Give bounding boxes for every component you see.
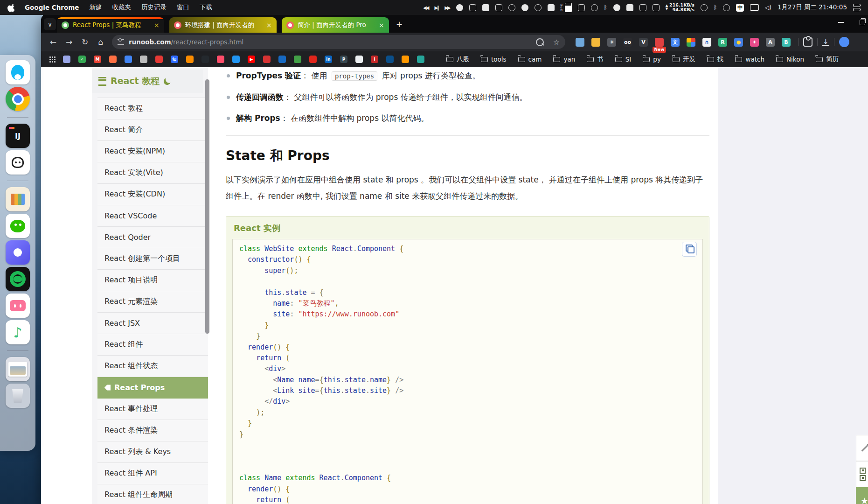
browser-tab-3[interactable]: 简介 | 面向开发者的 Pro× xyxy=(282,17,389,33)
dock-icon-idea[interactable] xyxy=(6,124,30,148)
sidebar-item-18[interactable]: React 组件 API xyxy=(97,463,208,484)
bookmark-favicon-9[interactable] xyxy=(186,56,194,63)
bookmark-favicon-16[interactable] xyxy=(294,56,301,63)
photos-app-icon[interactable] xyxy=(495,4,502,11)
bookmark-favicon-24[interactable] xyxy=(417,56,424,63)
account-status-icon[interactable] xyxy=(613,4,620,11)
sidebar-item-10[interactable]: React 元素渲染 xyxy=(97,291,208,313)
ext-cat[interactable] xyxy=(591,38,600,47)
menubar-menu-下载[interactable]: 下载 xyxy=(200,3,212,12)
sidebar-item-12[interactable]: React 组件 xyxy=(97,334,208,356)
bookmark-folder-py[interactable]: py xyxy=(639,54,665,64)
bookmark-favicon-20[interactable] xyxy=(355,56,363,63)
sidebar-item-3[interactable]: React 安装(NPM) xyxy=(97,141,208,162)
sidebar-item-14[interactable]: React Props xyxy=(97,377,208,399)
sidebar-item-1[interactable]: React 教程 xyxy=(97,98,208,119)
apps-grid-icon[interactable] xyxy=(49,56,56,63)
dock-icon-spotify[interactable] xyxy=(6,267,30,291)
ext-a[interactable]: A xyxy=(766,38,775,47)
dock-icon-trash[interactable] xyxy=(6,384,30,408)
sidebar-item-13[interactable]: React 组件状态 xyxy=(97,356,208,377)
browser-tab-1[interactable]: React Props | 菜鸟教程× xyxy=(57,17,164,33)
bookmark-folder-简历[interactable]: 简历 xyxy=(812,54,843,65)
bookmark-favicon-8[interactable]: 知 xyxy=(171,56,178,63)
downloads-icon[interactable]: ↓ xyxy=(822,39,829,46)
ext-dark-app[interactable]: oo xyxy=(623,38,632,47)
bookmark-folder-yan[interactable]: yan xyxy=(549,54,579,64)
bookmark-favicon-19[interactable]: P xyxy=(340,56,347,63)
dock-icon-bilibili[interactable] xyxy=(6,294,30,318)
bookmark-favicon-4[interactable] xyxy=(109,56,117,63)
favorite-star-button[interactable]: ★ xyxy=(856,487,868,504)
bluetooth-icon[interactable]: ᛒ xyxy=(604,4,607,11)
sidebar-item-16[interactable]: React 条件渲染 xyxy=(97,420,208,441)
sidebar-item-8[interactable]: React 创建第一个项目 xyxy=(97,248,208,270)
address-bar[interactable]: runoob.com/react/react-props.html ☆ xyxy=(112,35,565,49)
profile-avatar[interactable] xyxy=(839,37,849,47)
chat-app-icon[interactable] xyxy=(548,4,555,11)
media-playpause-icon[interactable]: ▶‖ xyxy=(434,5,438,10)
bookmark-favicon-5[interactable] xyxy=(125,56,132,63)
tab-close-icon[interactable]: × xyxy=(379,21,385,29)
media-forward-icon[interactable]: ▶▶ xyxy=(444,5,450,10)
bookmark-favicon-17[interactable] xyxy=(309,56,317,63)
p-app-icon[interactable] xyxy=(626,4,633,11)
minimize-button[interactable] xyxy=(838,22,844,23)
tab-close-icon[interactable]: × xyxy=(266,21,273,29)
bookmark-folder-SI[interactable]: SI xyxy=(611,54,636,64)
ext-r[interactable]: R xyxy=(718,38,727,47)
dock-icon-window[interactable] xyxy=(6,357,30,381)
sidebar-item-2[interactable]: React 简介 xyxy=(97,119,208,141)
menubar-menu-历史记录[interactable]: 历史记录 xyxy=(141,3,167,12)
ethernet-icon[interactable] xyxy=(578,4,585,11)
menubar-menu-收藏夹[interactable]: 收藏夹 xyxy=(112,3,131,12)
bookmark-favicon-18[interactable]: in xyxy=(325,56,332,63)
spiral-app-icon[interactable] xyxy=(521,4,528,11)
media-rewind-icon[interactable]: ◀◀ xyxy=(423,5,428,10)
site-info-icon[interactable] xyxy=(118,39,124,45)
home-button[interactable]: ⌂ xyxy=(93,35,108,49)
dock-icon-sketch[interactable] xyxy=(6,150,30,175)
menubar-app-name[interactable]: Google Chrome xyxy=(25,4,79,11)
log-app-icon[interactable] xyxy=(469,4,476,11)
back-button[interactable]: ← xyxy=(46,35,61,49)
restore-button[interactable] xyxy=(860,20,865,25)
bookmark-folder-书[interactable]: 书 xyxy=(583,54,608,65)
copy-code-button[interactable] xyxy=(682,242,697,257)
bookmark-folder-开发[interactable]: 开发 xyxy=(668,54,700,65)
dock-icon-meeting[interactable] xyxy=(6,240,30,265)
memory-monitor[interactable]: M E M xyxy=(561,3,572,12)
volume-icon[interactable]: ◁) xyxy=(765,4,771,11)
qrcode-button[interactable] xyxy=(856,461,868,487)
copy-frames-icon[interactable] xyxy=(653,4,660,11)
dock-icon-chrome[interactable] xyxy=(6,87,30,111)
ext-atom[interactable]: ✳ xyxy=(607,38,616,47)
sidebar-item-11[interactable]: React JSX xyxy=(97,313,208,334)
bookmark-folder-找[interactable]: 找 xyxy=(703,54,728,65)
ext-card[interactable]: New xyxy=(655,38,664,47)
bookmark-folder-八股[interactable]: 八股 xyxy=(442,54,473,65)
new-tab-button[interactable]: + xyxy=(393,18,405,30)
dock-icon-wechat[interactable] xyxy=(6,214,30,238)
menubar-menu-窗口[interactable]: 窗口 xyxy=(177,3,189,12)
sidebar-scrollbar-thumb[interactable] xyxy=(205,79,209,334)
cursor-tool-icon[interactable] xyxy=(639,4,646,11)
headset-icon[interactable] xyxy=(723,4,730,11)
bookmark-folder-Nikon[interactable]: Nikon xyxy=(772,54,808,64)
url-text[interactable]: runoob.com/react/react-props.html xyxy=(129,38,536,46)
forward-button[interactable]: → xyxy=(62,35,76,49)
menubar-datetime[interactable]: 1月27日 周二 21:40:05 xyxy=(778,3,847,12)
shield-status-icon[interactable] xyxy=(508,4,515,11)
sidebar-item-19[interactable]: React 组件生命周期 xyxy=(97,484,208,504)
bookmark-favicon-12[interactable] xyxy=(232,56,240,63)
display-icon[interactable] xyxy=(750,4,759,11)
dock-icon-qqmusic[interactable] xyxy=(6,320,30,344)
dock-icon-books[interactable] xyxy=(6,187,30,211)
ext-doc[interactable]: ● xyxy=(734,38,743,47)
bookmark-favicon-14[interactable] xyxy=(263,56,271,63)
sidebar-item-9[interactable]: React 项目说明 xyxy=(97,270,208,291)
bookmark-favicon-2[interactable]: ✓ xyxy=(78,56,86,63)
control-center-icon[interactable] xyxy=(853,4,861,11)
feedback-pencil-button[interactable] xyxy=(856,435,868,461)
bookmark-favicon-10[interactable] xyxy=(201,56,209,63)
